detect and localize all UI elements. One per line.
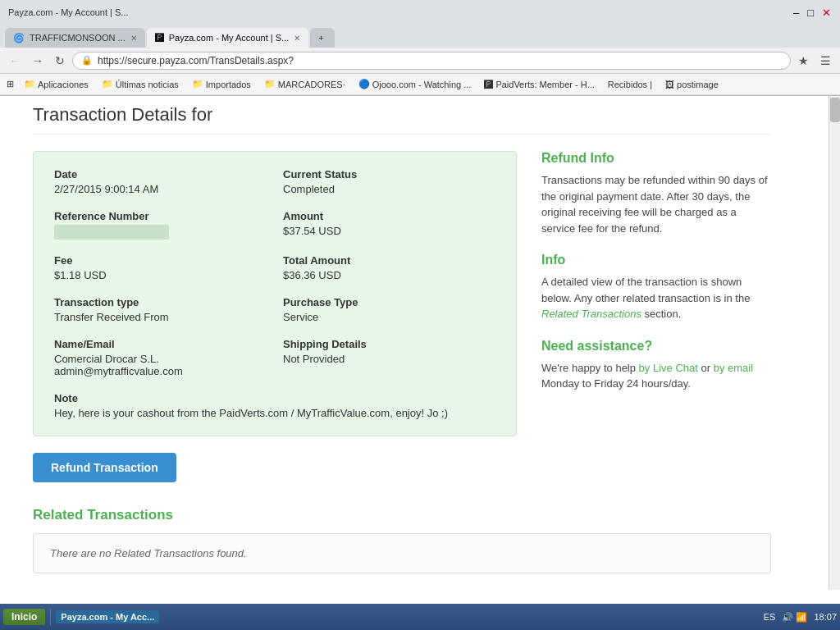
tab-close-payza-icon[interactable]: ✕ bbox=[294, 34, 300, 43]
fee-label: Fee bbox=[54, 254, 267, 267]
total-field-group: Total Amount $36.36 USD bbox=[283, 254, 495, 281]
bm-recibidos[interactable]: Recibidos | bbox=[605, 79, 655, 90]
related-empty-message: There are no Related Transactions found. bbox=[50, 547, 754, 559]
assistance-text-before: We're happy to help bbox=[541, 362, 636, 374]
shipping-field-group: Shipping Details Not Provided bbox=[283, 338, 495, 377]
tab-new[interactable]: + bbox=[310, 28, 335, 48]
status-field-group: Current Status Completed bbox=[283, 168, 495, 195]
sidebar: Refund Info Transactions may be refunded… bbox=[541, 151, 771, 409]
bm-paidverts[interactable]: 🅿 PaidVerts: Member - H... bbox=[481, 79, 597, 90]
note-field-group: Note Hey, here is your cashout from the … bbox=[54, 392, 495, 419]
nav-bar: ← → ↻ 🔒 https://secure.payza.com/TransDe… bbox=[0, 48, 840, 74]
date-label: Date bbox=[54, 168, 267, 180]
related-transactions-link[interactable]: Related Transactions bbox=[541, 308, 641, 320]
purchase-field-group: Purchase Type Service bbox=[283, 296, 495, 323]
info-text-before: A detailed view of the transaction is sh… bbox=[541, 276, 750, 304]
reload-button[interactable]: ↻ bbox=[51, 52, 69, 69]
date-value: 2/27/2015 9:00:14 AM bbox=[54, 183, 267, 195]
shipping-label: Shipping Details bbox=[283, 338, 495, 350]
lock-icon: 🔒 bbox=[81, 55, 93, 66]
tab-bar: 🌀 TRAFFICMONSOON ... ✕ 🅿 Payza.com - My … bbox=[0, 25, 840, 48]
bm-marcadores-label: MARCADORES· bbox=[278, 80, 345, 89]
forward-button[interactable]: → bbox=[28, 52, 48, 69]
assistance-text-after: Monday to Friday 24 hours/day. bbox=[541, 377, 691, 390]
date-field-group: Date 2/27/2015 9:00:14 AM bbox=[54, 168, 267, 195]
bm-marcadores[interactable]: 📁 MARCADORES· bbox=[261, 78, 349, 90]
tab-payza[interactable]: 🅿 Payza.com - My Account | S... ✕ bbox=[147, 28, 309, 48]
refund-transaction-button[interactable]: Refund Transaction bbox=[33, 453, 176, 482]
bm-postimage-icon: 🖼 bbox=[665, 80, 674, 89]
scrollbar[interactable] bbox=[829, 96, 840, 590]
address-bar[interactable]: 🔒 https://secure.payza.com/TransDetails.… bbox=[72, 52, 791, 70]
tab-close-icon[interactable]: ✕ bbox=[130, 34, 137, 43]
amount-value: $37.54 USD bbox=[283, 225, 495, 237]
bm-marcadores-icon: 📁 bbox=[264, 79, 276, 89]
fee-value: $1.18 USD bbox=[54, 269, 267, 281]
info-text-after: section. bbox=[645, 308, 682, 320]
refund-info-heading: Refund Info bbox=[541, 151, 771, 166]
note-value: Hey, here is your cashout from the PaidV… bbox=[54, 407, 495, 419]
back-button[interactable]: ← bbox=[5, 52, 25, 69]
transaction-card: Date 2/27/2015 9:00:14 AM Current Status… bbox=[33, 151, 517, 436]
bm-aplicaciones[interactable]: 📁 Aplicaciones bbox=[21, 78, 92, 90]
email-link[interactable]: by email bbox=[714, 362, 753, 374]
info-section: Info A detailed view of the transaction … bbox=[541, 253, 771, 322]
assistance-or: or bbox=[701, 362, 711, 374]
type-field-group: Transaction type Transfer Received From bbox=[54, 296, 267, 323]
amount-field-group: Amount $37.54 USD bbox=[283, 210, 495, 240]
reference-value bbox=[54, 225, 169, 240]
assistance-section: Need assistance? We're happy to help by … bbox=[541, 339, 771, 392]
bm-importados[interactable]: 📁 Importados bbox=[189, 78, 254, 90]
status-value: Completed bbox=[283, 183, 495, 195]
minimize-btn[interactable]: – bbox=[789, 7, 803, 19]
transaction-grid: Date 2/27/2015 9:00:14 AM Current Status… bbox=[54, 168, 495, 419]
bm-noticias[interactable]: 📁 Últimas noticias bbox=[98, 78, 182, 90]
content-wrapper: Transaction Details for Date 2/27/2015 9… bbox=[0, 96, 788, 590]
bm-paidverts-icon: 🅿 bbox=[484, 80, 493, 89]
bm-ojooo[interactable]: 🔵 Ojooo.com - Watching ... bbox=[355, 78, 475, 90]
bm-ojooo-label: Ojooo.com - Watching ... bbox=[372, 80, 472, 89]
settings-button[interactable]: ☰ bbox=[816, 52, 835, 69]
refund-info-text: Transactions may be refunded within 90 d… bbox=[541, 172, 771, 236]
email-value: admin@mytrafficvalue.com bbox=[54, 365, 267, 377]
status-label: Current Status bbox=[283, 168, 495, 180]
bookmarks-bar: ⊞ 📁 Aplicaciones 📁 Últimas noticias 📁 Im… bbox=[0, 74, 840, 95]
address-text: https://secure.payza.com/TransDetails.as… bbox=[98, 55, 294, 66]
related-transactions-section: Related Transactions There are no Relate… bbox=[33, 507, 771, 573]
restore-btn[interactable]: □ bbox=[803, 7, 818, 19]
bm-folder-icon: 📁 bbox=[24, 79, 35, 89]
type-value: Transfer Received From bbox=[54, 311, 267, 323]
tab-label: TRAFFICMONSOON ... bbox=[30, 33, 126, 43]
bm-recibidos-label: Recibidos | bbox=[608, 80, 652, 89]
info-text: A detailed view of the transaction is sh… bbox=[541, 274, 771, 322]
related-transactions-heading: Related Transactions bbox=[33, 507, 771, 523]
title-bar: Payza.com - My Account | S... – □ ✕ bbox=[0, 0, 840, 25]
bookmark-star-button[interactable]: ★ bbox=[794, 52, 813, 69]
name-label: Name/Email bbox=[54, 338, 267, 350]
amount-label: Amount bbox=[283, 210, 495, 222]
live-chat-link[interactable]: by Live Chat bbox=[639, 362, 698, 374]
tab-trafficmonsoon[interactable]: 🌀 TRAFFICMONSOON ... ✕ bbox=[5, 28, 145, 48]
bm-postimage[interactable]: 🖼 postimage bbox=[662, 79, 722, 90]
browser-chrome: Payza.com - My Account | S... – □ ✕ 🌀 TR… bbox=[0, 0, 840, 96]
refund-info-section: Refund Info Transactions may be refunded… bbox=[541, 151, 771, 236]
assistance-text: We're happy to help by Live Chat or by e… bbox=[541, 360, 771, 392]
bm-noticias-label: Últimas noticias bbox=[116, 80, 179, 89]
total-value: $36.36 USD bbox=[283, 269, 495, 281]
page-content: Transaction Details for Date 2/27/2015 9… bbox=[0, 96, 840, 590]
close-btn[interactable]: ✕ bbox=[818, 7, 835, 19]
scrollbar-thumb[interactable] bbox=[830, 98, 840, 122]
shipping-value: Not Provided bbox=[283, 353, 495, 365]
bm-paidverts-label: PaidVerts: Member - H... bbox=[495, 80, 594, 89]
bm-postimage-label: postimage bbox=[677, 80, 719, 89]
total-label: Total Amount bbox=[283, 254, 495, 267]
new-tab-icon: + bbox=[318, 33, 323, 43]
window-title: Payza.com - My Account | S... bbox=[5, 7, 129, 17]
tab-label-payza: Payza.com - My Account | S... bbox=[169, 33, 290, 43]
bm-ojooo-icon: 🔵 bbox=[358, 79, 370, 89]
bm-noticias-icon: 📁 bbox=[102, 79, 113, 89]
assistance-heading: Need assistance? bbox=[541, 339, 771, 354]
purchase-label: Purchase Type bbox=[283, 296, 495, 308]
bm-importados-icon: 📁 bbox=[192, 79, 203, 89]
name-field-group: Name/Email Comercial Drocar S.L. admin@m… bbox=[54, 338, 267, 377]
